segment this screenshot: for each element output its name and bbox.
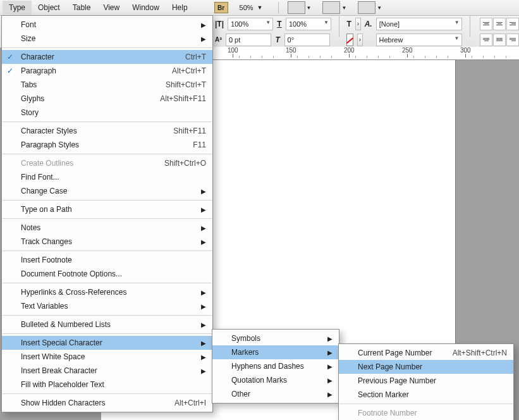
- markers-next-page-number[interactable]: Next Page Number: [339, 360, 513, 374]
- arrange-icon[interactable]: ▼: [322, 1, 346, 14]
- markers-section-marker[interactable]: Section Marker: [339, 388, 513, 402]
- bridge-icon[interactable]: Br: [214, 2, 228, 13]
- screen-mode-icon[interactable]: ▼: [288, 1, 312, 14]
- type-menu-paragraph-styles[interactable]: Paragraph StylesF11: [2, 138, 212, 152]
- menu-object[interactable]: Object: [32, 1, 66, 15]
- char-style-a-icon: A.: [365, 18, 372, 30]
- char-style-dropdown[interactable]: [None]▼: [376, 18, 462, 30]
- type-menu-document-footnote-options-[interactable]: Document Footnote Options...: [2, 267, 212, 281]
- fill-none-icon[interactable]: [346, 34, 353, 46]
- justify-right-icon[interactable]: [506, 34, 519, 46]
- type-menu-text-variables[interactable]: Text Variables▶: [2, 299, 212, 313]
- zoom-dropdown[interactable]: 50% ▼: [240, 4, 263, 11]
- type-menu-insert-footnote[interactable]: Insert Footnote: [2, 253, 212, 267]
- type-menu-change-case[interactable]: Change Case▶: [2, 184, 212, 198]
- markers-previous-page-number[interactable]: Previous Page Number: [339, 374, 513, 388]
- type-menu-font[interactable]: Font▶: [2, 18, 212, 32]
- main-menubar: Type Object Table View Window Help Br 50…: [0, 0, 519, 16]
- type-menu-tabs[interactable]: TabsShift+Ctrl+T: [2, 78, 212, 92]
- type-menu-show-hidden-characters[interactable]: Show Hidden CharactersAlt+Ctrl+I: [2, 396, 212, 410]
- markers-submenu: Current Page NumberAlt+Shift+Ctrl+NNext …: [338, 343, 514, 420]
- special-char-other[interactable]: Other▶: [212, 387, 339, 401]
- type-menu-find-font-[interactable]: Find Font...: [2, 170, 212, 184]
- chevron-down-icon: ▼: [257, 4, 263, 11]
- menu-type[interactable]: Type: [3, 1, 32, 15]
- markers-current-page-number[interactable]: Current Page NumberAlt+Shift+Ctrl+N: [339, 346, 513, 360]
- t-icon: T: [346, 18, 351, 30]
- justify-group: [480, 34, 519, 46]
- insert-special-character-submenu: Symbols▶Markers▶Hyphens and Dashes▶Quota…: [212, 329, 339, 404]
- menu-view[interactable]: View: [97, 1, 126, 15]
- type-menu-fill-with-placeholder-text[interactable]: Fill with Placeholder Text: [2, 378, 212, 392]
- type-menu-create-outlines: Create OutlinesShift+Ctrl+O: [2, 156, 212, 170]
- type-menu-insert-special-character[interactable]: Insert Special Character▶: [2, 336, 212, 350]
- hscale-field[interactable]: 100%▼: [228, 18, 273, 30]
- type-menu-notes[interactable]: Notes▶: [2, 221, 212, 235]
- type-menu-insert-white-space[interactable]: Insert White Space▶: [2, 350, 212, 364]
- justify-left-icon[interactable]: [480, 34, 492, 46]
- type-menu-insert-break-character[interactable]: Insert Break Character▶: [2, 364, 212, 378]
- justify-full-icon[interactable]: [493, 34, 506, 46]
- swatch-expand-button[interactable]: ›: [357, 34, 363, 46]
- baseline-field[interactable]: 0 pt: [226, 34, 271, 46]
- menu-table[interactable]: Table: [66, 1, 97, 15]
- baseline-icon: Aª: [215, 34, 222, 46]
- type-menu-paragraph[interactable]: ✓ParagraphAlt+Ctrl+T: [2, 64, 212, 78]
- align-center-icon[interactable]: [493, 18, 506, 30]
- zoom-value: 50%: [240, 4, 253, 11]
- type-menu-track-changes[interactable]: Track Changes▶: [2, 235, 212, 249]
- expand-button[interactable]: ›: [355, 18, 360, 30]
- type-menu-dropdown: Font▶Size▶✓CharacterCtrl+T✓ParagraphAlt+…: [1, 15, 213, 412]
- type-menu-type-on-a-path[interactable]: Type on a Path▶: [2, 202, 212, 216]
- hscale-icon: |T|: [215, 18, 224, 30]
- markers-footnote-number: Footnote Number: [339, 406, 513, 420]
- bold-icon: T: [277, 18, 282, 30]
- type-menu-story[interactable]: Story: [2, 106, 212, 120]
- menu-window[interactable]: Window: [126, 1, 166, 15]
- align-left-icon[interactable]: [480, 18, 492, 30]
- view-mode-icons: ▼ ▼ ▼: [288, 1, 382, 14]
- layout-mode-icon[interactable]: ▼: [358, 1, 382, 14]
- language-dropdown[interactable]: Hebrew▼: [376, 34, 462, 46]
- type-menu-size[interactable]: Size▶: [2, 32, 212, 46]
- type-menu-character-styles[interactable]: Character StylesShift+F11: [2, 124, 212, 138]
- special-char-markers[interactable]: Markers▶: [212, 345, 339, 359]
- vscale-field[interactable]: 100%▼: [286, 18, 331, 30]
- align-right-icon[interactable]: [506, 18, 519, 30]
- special-char-hyphens-and-dashes[interactable]: Hyphens and Dashes▶: [212, 359, 339, 373]
- type-menu-hyperlinks-cross-references[interactable]: Hyperlinks & Cross-References▶: [2, 285, 212, 299]
- special-char-quotation-marks[interactable]: Quotation Marks▶: [212, 373, 339, 387]
- menu-help[interactable]: Help: [166, 1, 194, 15]
- skew-icon: T: [275, 34, 281, 46]
- special-char-symbols[interactable]: Symbols▶: [212, 331, 339, 345]
- type-menu-glyphs[interactable]: GlyphsAlt+Shift+F11: [2, 92, 212, 106]
- skew-field[interactable]: 0°: [284, 34, 330, 46]
- type-menu-character[interactable]: ✓CharacterCtrl+T: [2, 50, 212, 64]
- type-menu-bulleted-numbered-lists[interactable]: Bulleted & Numbered Lists▶: [2, 318, 212, 331]
- paragraph-align-group: [480, 18, 519, 30]
